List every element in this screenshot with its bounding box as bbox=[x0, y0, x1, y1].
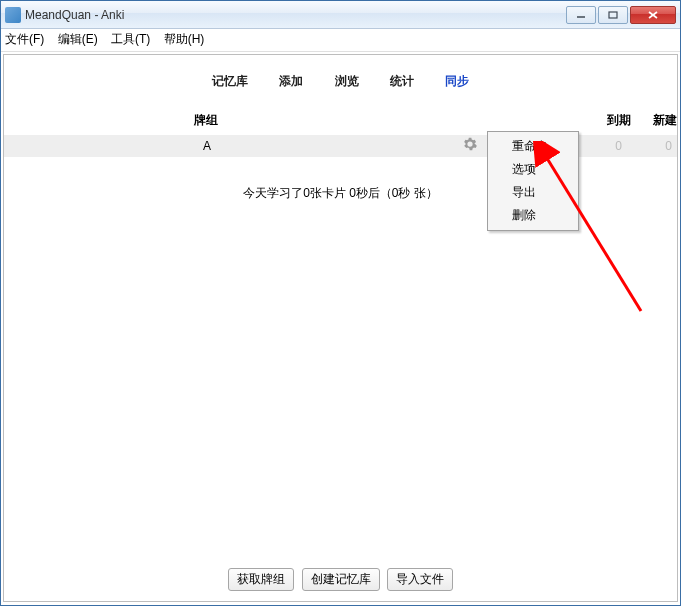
menu-file[interactable]: 文件(F) bbox=[5, 32, 44, 46]
deck-due: 0 bbox=[572, 139, 622, 153]
gear-icon[interactable] bbox=[463, 137, 477, 154]
link-stats[interactable]: 统计 bbox=[390, 74, 414, 88]
minimize-icon bbox=[576, 11, 586, 19]
close-button[interactable] bbox=[630, 6, 676, 24]
menu-edit[interactable]: 编辑(E) bbox=[58, 32, 98, 46]
menubar: 文件(F) 编辑(E) 工具(T) 帮助(H) bbox=[1, 29, 680, 52]
link-sync[interactable]: 同步 bbox=[445, 74, 469, 88]
menu-help[interactable]: 帮助(H) bbox=[164, 32, 205, 46]
deck-list-header: 牌组 到期 新建 bbox=[4, 100, 677, 135]
app-icon bbox=[5, 7, 21, 23]
close-icon bbox=[647, 10, 659, 20]
deck-new: 0 bbox=[622, 139, 672, 153]
window-controls bbox=[566, 6, 676, 24]
cm-delete[interactable]: 删除 bbox=[490, 204, 576, 227]
import-file-button[interactable]: 导入文件 bbox=[387, 568, 453, 591]
header-new: 新建 bbox=[631, 112, 678, 129]
maximize-icon bbox=[608, 11, 618, 19]
window-title: MeandQuan - Anki bbox=[25, 8, 566, 22]
header-due: 到期 bbox=[584, 112, 631, 129]
menu-tools[interactable]: 工具(T) bbox=[111, 32, 150, 46]
bottom-buttons: 获取牌组 创建记忆库 导入文件 bbox=[4, 568, 677, 591]
app-window: MeandQuan - Anki 文件(F) 编辑(E) 工具(T) 帮助(H)… bbox=[0, 0, 681, 606]
gear-svg-icon bbox=[463, 137, 477, 151]
cm-export[interactable]: 导出 bbox=[490, 181, 576, 204]
svg-rect-1 bbox=[609, 12, 617, 18]
deck-name: A bbox=[4, 139, 413, 153]
header-deck: 牌组 bbox=[4, 112, 404, 129]
cm-options[interactable]: 选项 bbox=[490, 158, 576, 181]
link-decks[interactable]: 记忆库 bbox=[212, 74, 248, 88]
create-deck-button[interactable]: 创建记忆库 bbox=[302, 568, 380, 591]
top-links: 记忆库 添加 浏览 统计 同步 bbox=[4, 55, 677, 100]
get-decks-button[interactable]: 获取牌组 bbox=[228, 568, 294, 591]
minimize-button[interactable] bbox=[566, 6, 596, 24]
context-menu: 重命名 选项 导出 删除 bbox=[487, 131, 579, 231]
maximize-button[interactable] bbox=[598, 6, 628, 24]
link-add[interactable]: 添加 bbox=[279, 74, 303, 88]
cm-rename[interactable]: 重命名 bbox=[490, 135, 576, 158]
link-browse[interactable]: 浏览 bbox=[335, 74, 359, 88]
titlebar: MeandQuan - Anki bbox=[1, 1, 680, 29]
